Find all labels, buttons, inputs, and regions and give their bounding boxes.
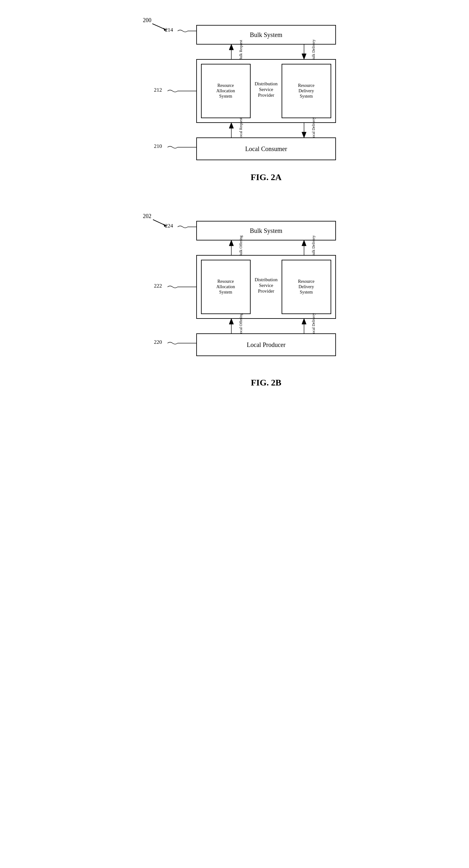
bulk-delivery-label-2a: Bulk Delivery: [311, 39, 316, 61]
ref-222: 222: [154, 283, 162, 289]
ref-202: 202: [143, 213, 151, 219]
svg-marker-4: [229, 44, 233, 50]
local-request-label-2a: Local Request: [239, 118, 243, 140]
local-delivery-label-2b: Local Delivery: [311, 313, 316, 336]
svg-text:System: System: [219, 94, 232, 99]
local-offering-label-2b: Local Offering: [239, 313, 243, 336]
fig2b-section: 202 224 Bulk System Bulk Offering Bulk D…: [133, 209, 349, 404]
svg-marker-34: [229, 318, 233, 324]
page: 200 214 Bulk System Bulk Request Bulk De…: [124, 6, 352, 424]
svg-text:Allocation: Allocation: [216, 89, 235, 93]
ref-200: 200: [143, 17, 151, 23]
fig2a-label: FIG. 2A: [251, 172, 282, 182]
svg-marker-17: [302, 132, 306, 138]
resource-delivery-label-2a: Resource: [298, 83, 314, 88]
svg-text:System: System: [300, 290, 313, 294]
resource-allocation-label-2b: Resource: [217, 279, 234, 284]
bulk-system-label-2a: Bulk System: [250, 31, 283, 38]
svg-marker-36: [302, 318, 306, 324]
svg-marker-15: [229, 123, 233, 128]
svg-text:Allocation: Allocation: [216, 284, 235, 289]
ref-212: 212: [154, 87, 162, 93]
svg-marker-6: [302, 54, 306, 59]
distribution-label-2a: Distribution: [255, 81, 278, 86]
bulk-offering-label-2b: Bulk Offering: [239, 236, 243, 256]
resource-allocation-label-2a: Resource: [217, 83, 234, 88]
local-consumer-label-2a: Local Consumer: [245, 145, 287, 152]
svg-text:System: System: [300, 94, 313, 99]
fig2b-label: FIG. 2B: [251, 378, 281, 388]
ref-224: 224: [165, 223, 173, 229]
bulk-delivery-label-2b: Bulk Delivery: [311, 236, 316, 257]
svg-text:Provider: Provider: [258, 288, 274, 293]
bulk-request-label-2a: Bulk Request: [239, 40, 243, 61]
svg-marker-23: [229, 240, 233, 246]
fig2b-diagram: 202 224 Bulk System Bulk Offering Bulk D…: [133, 209, 348, 404]
fig2a-diagram: 200 214 Bulk System Bulk Request Bulk De…: [133, 13, 348, 196]
svg-text:System: System: [219, 290, 232, 294]
distribution-label-2b: Distribution: [255, 277, 278, 282]
svg-text:Service: Service: [259, 87, 273, 92]
svg-text:Delivery: Delivery: [299, 284, 314, 289]
local-producer-label-2b: Local Producer: [247, 341, 286, 348]
svg-marker-25: [302, 240, 306, 246]
local-delivery-label-2a: Local Delivery: [311, 117, 316, 140]
bulk-system-label-2b: Bulk System: [250, 227, 283, 235]
ref-220: 220: [154, 339, 162, 345]
fig2a-section: 200 214 Bulk System Bulk Request Bulk De…: [133, 13, 349, 196]
svg-text:Delivery: Delivery: [299, 89, 314, 93]
ref-210: 210: [154, 143, 162, 149]
resource-delivery-label-2b: Resource: [298, 279, 314, 284]
svg-text:Provider: Provider: [258, 93, 274, 98]
ref-214: 214: [165, 27, 173, 33]
svg-text:Service: Service: [259, 283, 273, 288]
